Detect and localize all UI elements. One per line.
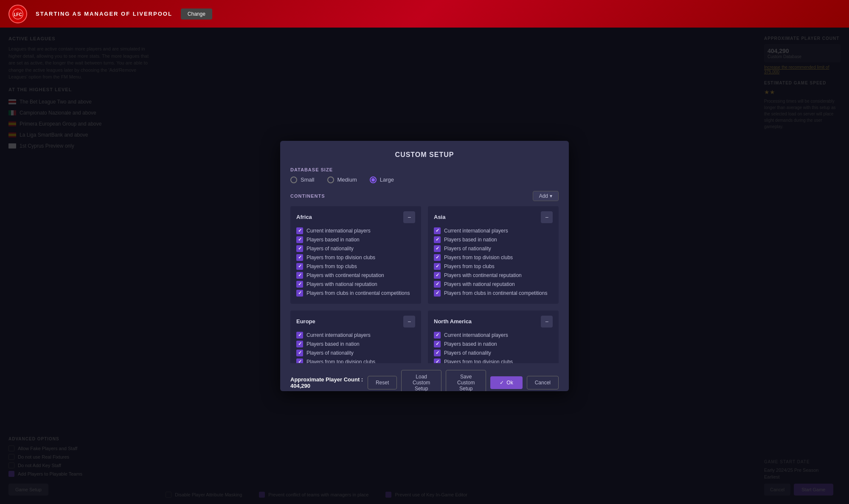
radio-medium[interactable]: Medium	[327, 176, 357, 183]
remove-europe-button[interactable]: −	[403, 316, 415, 328]
option-item: Players based in nation	[296, 341, 415, 347]
remove-north-america-button[interactable]: −	[541, 316, 553, 328]
add-label: Add	[539, 193, 548, 199]
option-item: Players from clubs in continental compet…	[296, 290, 415, 297]
ok-button[interactable]: ✓ Ok	[490, 376, 522, 389]
player-count-footer: Approximate Player Count : 404,290	[290, 376, 368, 389]
option-item: Players of nationality	[434, 350, 553, 356]
checkbox-icon	[296, 272, 303, 279]
option-text: Current international players	[444, 332, 508, 338]
continent-card-north-america: North America − Current international pl…	[428, 311, 559, 363]
option-item: Players based in nation	[434, 341, 553, 347]
checkbox-icon	[296, 281, 303, 288]
option-text: Players from top division clubs	[444, 255, 513, 260]
option-text: Current international players	[306, 332, 371, 338]
option-text: Players from top division clubs	[306, 359, 375, 363]
option-text: Current international players	[444, 228, 508, 234]
continent-card-header-asia: Asia −	[434, 211, 553, 223]
option-text: Players from clubs in continental compet…	[444, 290, 547, 296]
checkbox-icon	[296, 263, 303, 270]
remove-africa-button[interactable]: −	[403, 211, 415, 223]
checkbox-icon	[296, 341, 303, 347]
checkbox-icon	[434, 245, 441, 252]
option-text: Players of nationality	[444, 246, 491, 252]
footer-buttons: Reset Load Custom Setup Save Custom Setu…	[368, 370, 559, 391]
option-text: Players based in nation	[444, 237, 497, 243]
radio-large[interactable]: Large	[370, 176, 394, 183]
continent-card-africa: Africa − Current international players P…	[290, 206, 421, 304]
minus-icon: −	[545, 214, 548, 221]
option-item: Players of nationality	[296, 350, 415, 356]
option-item: Players from top clubs	[296, 263, 415, 270]
option-item: Players with national reputation	[296, 281, 415, 288]
option-item: Players with continental reputation	[434, 272, 553, 279]
main-content: ACTIVE LEAGUES Leagues that are active c…	[0, 28, 849, 504]
remove-asia-button[interactable]: −	[541, 211, 553, 223]
checkbox-icon	[434, 254, 441, 261]
top-bar-title: STARTING AS MANAGER OF LIVERPOOL	[36, 11, 172, 17]
checkbox-icon	[434, 263, 441, 270]
option-item: Players from top division clubs	[296, 358, 415, 363]
continent-card-header-north-america: North America −	[434, 316, 553, 328]
top-bar: LFC STARTING AS MANAGER OF LIVERPOOL Cha…	[0, 0, 849, 28]
option-text: Players from clubs in continental compet…	[306, 290, 410, 296]
checkbox-icon	[296, 358, 303, 363]
checkbox-icon	[296, 254, 303, 261]
radio-label-small: Small	[301, 176, 315, 183]
option-item: Current international players	[296, 332, 415, 339]
reset-button[interactable]: Reset	[368, 376, 397, 389]
radio-label-large: Large	[380, 176, 394, 183]
checkbox-icon	[434, 272, 441, 279]
approx-label: Approximate Player Count :	[290, 376, 363, 383]
option-item: Players from top division clubs	[434, 358, 553, 363]
club-logo: LFC	[8, 5, 27, 23]
cancel-button[interactable]: Cancel	[527, 376, 559, 389]
option-text: Players based in nation	[306, 341, 360, 347]
database-size-section: DATABASE SIZE Small Medium Large	[290, 167, 559, 183]
option-item: Players with national reputation	[434, 281, 553, 288]
radio-label-medium: Medium	[337, 176, 357, 183]
save-custom-setup-button[interactable]: Save Custom Setup	[446, 370, 486, 391]
option-item: Current international players	[434, 227, 553, 234]
option-item: Players from top clubs	[434, 263, 553, 270]
db-size-label: DATABASE SIZE	[290, 167, 559, 172]
option-item: Players with continental reputation	[296, 272, 415, 279]
continent-card-europe: Europe − Current international players P…	[290, 311, 421, 363]
add-continent-button[interactable]: Add ▾	[533, 191, 559, 201]
option-text: Players based in nation	[306, 237, 360, 243]
continents-grid: Africa − Current international players P…	[290, 206, 559, 363]
change-button[interactable]: Change	[181, 8, 212, 20]
load-custom-setup-button[interactable]: Load Custom Setup	[401, 370, 441, 391]
checkbox-icon	[434, 290, 441, 297]
checkbox-icon	[434, 358, 441, 363]
ok-label: Ok	[506, 380, 513, 386]
radio-circle-large	[370, 176, 377, 183]
option-item: Players based in nation	[296, 236, 415, 243]
checkbox-icon	[296, 332, 303, 339]
continent-card-header-europe: Europe −	[296, 316, 415, 328]
minus-icon: −	[408, 214, 411, 221]
continents-label: CONTINENTS	[290, 193, 325, 199]
chevron-down-icon: ▾	[550, 193, 552, 199]
checkbox-icon	[434, 332, 441, 339]
option-text: Players based in nation	[444, 341, 497, 347]
option-item: Players of nationality	[296, 245, 415, 252]
checkmark-icon: ✓	[500, 380, 504, 386]
option-text: Players with national reputation	[306, 281, 377, 287]
modal-footer: Approximate Player Count : 404,290 Reset…	[290, 370, 559, 391]
radio-small[interactable]: Small	[290, 176, 315, 183]
modal-title: CUSTOM SETUP	[290, 151, 559, 159]
checkbox-icon	[434, 350, 441, 356]
option-text: Players from top clubs	[306, 263, 357, 269]
option-text: Players with continental reputation	[306, 272, 384, 278]
minus-icon: −	[545, 318, 548, 325]
continent-name-asia: Asia	[434, 214, 445, 220]
option-item: Players from top division clubs	[296, 254, 415, 261]
approx-count: 404,290	[290, 383, 310, 389]
custom-setup-modal: CUSTOM SETUP DATABASE SIZE Small Medium …	[280, 141, 569, 391]
radio-circle-small	[290, 176, 297, 183]
checkbox-icon	[296, 227, 303, 234]
option-item: Players from top division clubs	[434, 254, 553, 261]
option-text: Players of nationality	[444, 350, 491, 356]
option-item: Players based in nation	[434, 236, 553, 243]
